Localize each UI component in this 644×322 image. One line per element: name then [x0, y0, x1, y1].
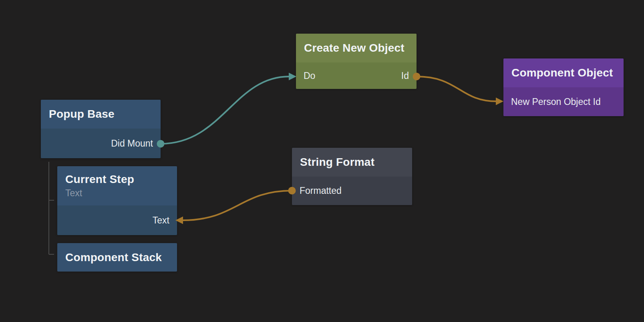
node-current-step-header[interactable]: Current Step Text: [57, 166, 177, 205]
node-component-object-title: Component Object: [511, 66, 616, 79]
connection-formatted-to-text[interactable]: [175, 187, 296, 224]
node-create-new-object[interactable]: Create New Object Do Id: [296, 34, 417, 89]
node-current-step-subtitle: Text: [65, 188, 169, 199]
connection-did-mount-to-do-wire[interactable]: [161, 76, 289, 144]
node-string-format[interactable]: String Format Formatted: [292, 148, 412, 205]
do-input-arrow-icon: [289, 73, 296, 80]
port-label-do-input[interactable]: Do: [304, 70, 315, 81]
connection-id-to-new-person-object-id-wire[interactable]: [417, 76, 497, 101]
node-popup-base-body: Did Mount: [41, 129, 161, 158]
node-component-object[interactable]: Component Object New Person Object Id: [503, 58, 624, 116]
node-component-object-header[interactable]: Component Object: [503, 58, 624, 87]
did-mount-output-port[interactable]: [157, 140, 165, 148]
node-create-new-object-title: Create New Object: [304, 42, 409, 54]
node-component-stack[interactable]: Component Stack: [57, 243, 177, 272]
node-graph-canvas[interactable]: Popup Base Did Mount Current Step Text T…: [0, 0, 644, 322]
port-label-new-person-object-id-input[interactable]: New Person Object Id: [511, 97, 601, 107]
connection-id-to-new-person-object-id[interactable]: [413, 73, 504, 105]
connection-did-mount-to-do[interactable]: [157, 73, 297, 148]
node-popup-base-header[interactable]: Popup Base: [41, 100, 161, 129]
formatted-output-port[interactable]: [288, 187, 296, 195]
node-create-new-object-body: Do Id: [296, 62, 417, 89]
port-label-did-mount[interactable]: Did Mount: [111, 138, 153, 149]
node-component-object-body: New Person Object Id: [503, 87, 624, 116]
node-create-new-object-header[interactable]: Create New Object: [296, 34, 417, 62]
node-string-format-header[interactable]: String Format: [292, 148, 412, 177]
node-component-stack-header[interactable]: Component Stack: [57, 243, 177, 272]
node-component-stack-title: Component Stack: [65, 251, 169, 264]
node-current-step[interactable]: Current Step Text Text: [57, 166, 177, 235]
node-string-format-title: String Format: [300, 156, 404, 169]
connection-formatted-to-text-wire[interactable]: [183, 191, 292, 220]
node-popup-base-title: Popup Base: [49, 108, 153, 121]
id-output-port[interactable]: [413, 73, 421, 80]
node-current-step-body: Text: [57, 205, 177, 235]
port-label-id-output[interactable]: Id: [401, 70, 409, 81]
node-popup-base[interactable]: Popup Base Did Mount: [41, 100, 161, 158]
port-label-text-input[interactable]: Text: [153, 215, 169, 226]
new-person-object-id-input-arrow-icon: [496, 98, 503, 105]
node-current-step-title: Current Step: [65, 173, 169, 186]
node-string-format-body: Formatted: [292, 177, 412, 205]
port-label-formatted-output[interactable]: Formatted: [300, 185, 342, 196]
